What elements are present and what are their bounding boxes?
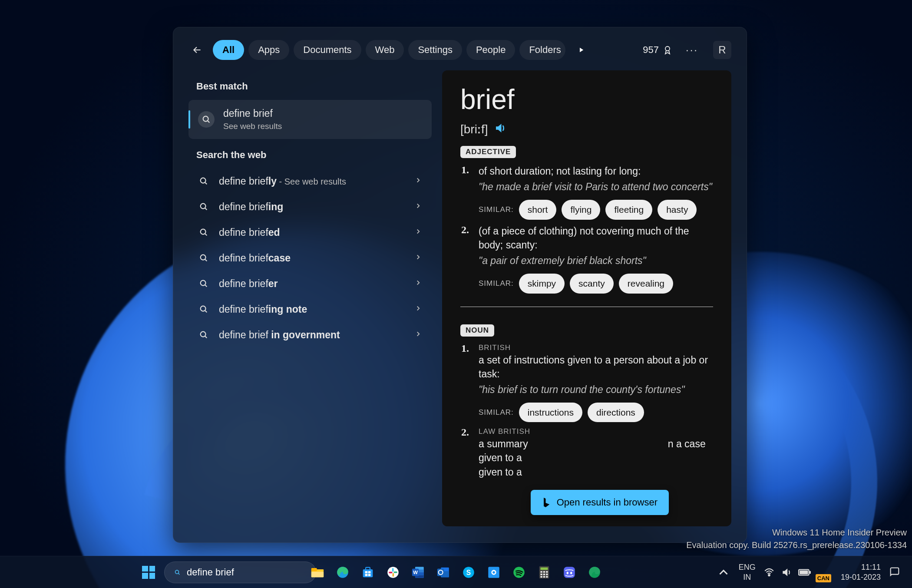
svg-point-4 — [201, 229, 206, 235]
example-text: "a pair of extremely brief black shorts" — [479, 254, 713, 268]
outlook-icon[interactable] — [433, 562, 454, 583]
svg-point-39 — [492, 571, 495, 574]
scroll-tabs-right-button[interactable] — [573, 42, 589, 58]
tab-settings[interactable]: Settings — [408, 40, 462, 60]
chevron-right-icon — [414, 330, 422, 340]
tab-web[interactable]: Web — [366, 40, 404, 60]
photos-app-icon[interactable] — [483, 562, 504, 583]
speaker-icon — [494, 122, 507, 135]
word-icon[interactable]: W — [408, 562, 429, 583]
svg-rect-47 — [543, 573, 545, 575]
suggestion-text: define briefcase — [219, 252, 405, 264]
search-icon — [198, 111, 215, 128]
tab-folders[interactable]: Folders — [519, 40, 565, 60]
user-avatar[interactable]: R — [713, 41, 731, 59]
quick-settings-button[interactable]: CAN — [763, 567, 833, 578]
search-icon — [198, 253, 209, 263]
svg-rect-46 — [541, 573, 542, 575]
tab-all[interactable]: All — [213, 40, 244, 60]
svg-rect-59 — [809, 571, 810, 573]
input-language-indicator[interactable]: ENG IN — [739, 562, 756, 582]
open-results-in-browser-button[interactable]: Open results in browser — [531, 490, 669, 515]
discord-icon[interactable] — [559, 562, 580, 583]
search-web-heading: Search the web — [196, 149, 424, 161]
play-pronunciation-button[interactable] — [494, 122, 507, 136]
calculator-icon[interactable] — [534, 562, 555, 583]
edge-dev-icon[interactable] — [584, 562, 605, 583]
clock-date[interactable]: 11:11 19-01-2023 — [841, 562, 881, 582]
similar-chip[interactable]: instructions — [519, 403, 582, 422]
pos-noun-chip: NOUN — [460, 324, 494, 337]
similar-chip[interactable]: short — [519, 200, 557, 219]
microsoft-store-icon[interactable] — [357, 562, 378, 583]
web-suggestion[interactable]: define briefing note — [188, 297, 432, 322]
similar-chip[interactable]: flying — [562, 200, 600, 219]
example-text: "his brief is to turn round the county's… — [479, 383, 713, 396]
search-icon — [198, 330, 209, 340]
web-suggestion[interactable]: define briefcase — [188, 245, 432, 271]
start-button[interactable] — [138, 562, 159, 583]
svg-point-56 — [768, 574, 770, 575]
edge-icon[interactable] — [332, 562, 353, 583]
sense-row: 1. BRITISH a set of instructions given t… — [460, 343, 713, 423]
similar-chip[interactable]: revealing — [619, 274, 673, 293]
definition-panel: brief [briːf] ADJECTIVE 1. of short dura… — [442, 70, 731, 526]
bing-icon — [542, 498, 552, 507]
svg-rect-22 — [393, 571, 397, 573]
tab-apps[interactable]: Apps — [248, 40, 289, 60]
web-suggestion[interactable]: define briefer — [188, 271, 432, 297]
region-tag: LAW BRITISH — [479, 426, 713, 437]
rewards-points[interactable]: 957 — [643, 44, 673, 56]
search-icon — [174, 568, 181, 577]
back-button[interactable] — [188, 41, 206, 59]
taskbar-search-box[interactable] — [164, 562, 316, 583]
tab-people[interactable]: People — [466, 40, 515, 60]
chevron-right-icon — [414, 253, 422, 263]
svg-rect-24 — [389, 571, 393, 573]
similar-chip[interactable]: skimpy — [519, 274, 565, 293]
windows-logo-icon — [142, 566, 155, 579]
web-suggestion[interactable]: define briefed — [188, 220, 432, 245]
file-explorer-icon[interactable] — [307, 562, 328, 583]
sense-number: 1. — [460, 343, 469, 423]
svg-rect-15 — [366, 567, 370, 570]
tray-overflow-button[interactable] — [716, 565, 731, 580]
insider-channel-badge: CAN — [816, 574, 831, 582]
headword: brief — [460, 83, 713, 116]
suggestion-text: define brief in government — [219, 329, 405, 341]
sense-number: 1. — [460, 164, 469, 220]
more-options-button[interactable]: ··· — [686, 44, 698, 56]
definition-text: a set of instructions given to a person … — [479, 353, 713, 381]
svg-point-53 — [567, 571, 568, 574]
search-icon — [198, 202, 209, 211]
similar-chip[interactable]: fleeting — [605, 200, 652, 219]
notifications-button[interactable] — [889, 566, 901, 578]
search-icon — [198, 176, 209, 186]
tab-documents[interactable]: Documents — [294, 40, 361, 60]
pos-adjective-chip: ADJECTIVE — [460, 146, 516, 158]
spotify-icon[interactable] — [509, 562, 529, 583]
best-match-subtitle: See web results — [223, 122, 282, 131]
similar-chip[interactable]: directions — [588, 403, 644, 422]
sense-row: 2. LAW BRITISH a summaryxxxxxxxxxxxxxxxx… — [460, 426, 713, 479]
web-suggestion[interactable]: define briefing — [188, 194, 432, 220]
skype-icon[interactable]: S — [458, 562, 479, 583]
svg-rect-16 — [365, 571, 368, 573]
similar-chip[interactable]: scanty — [570, 274, 614, 293]
svg-text:S: S — [466, 568, 471, 576]
web-suggestion[interactable]: define brief in government — [188, 322, 432, 348]
web-suggestions-list: define briefly - See web results define … — [188, 168, 432, 348]
svg-rect-14 — [363, 569, 373, 577]
flyout-header: All Apps Documents Web Settings People F… — [173, 27, 747, 70]
chevron-right-icon — [414, 176, 422, 186]
chevron-right-icon — [414, 279, 422, 288]
taskbar-search-input[interactable] — [187, 567, 306, 578]
similar-chip[interactable]: hasty — [658, 200, 697, 219]
best-match-heading: Best match — [196, 81, 424, 92]
svg-rect-42 — [541, 567, 548, 570]
rewards-points-value: 957 — [643, 44, 659, 56]
web-suggestion[interactable]: define briefly - See web results — [188, 168, 432, 194]
slack-icon[interactable] — [383, 562, 403, 583]
example-text: "he made a brief visit to Paris to atten… — [479, 180, 713, 194]
best-match-result[interactable]: define brief See web results — [188, 100, 432, 139]
